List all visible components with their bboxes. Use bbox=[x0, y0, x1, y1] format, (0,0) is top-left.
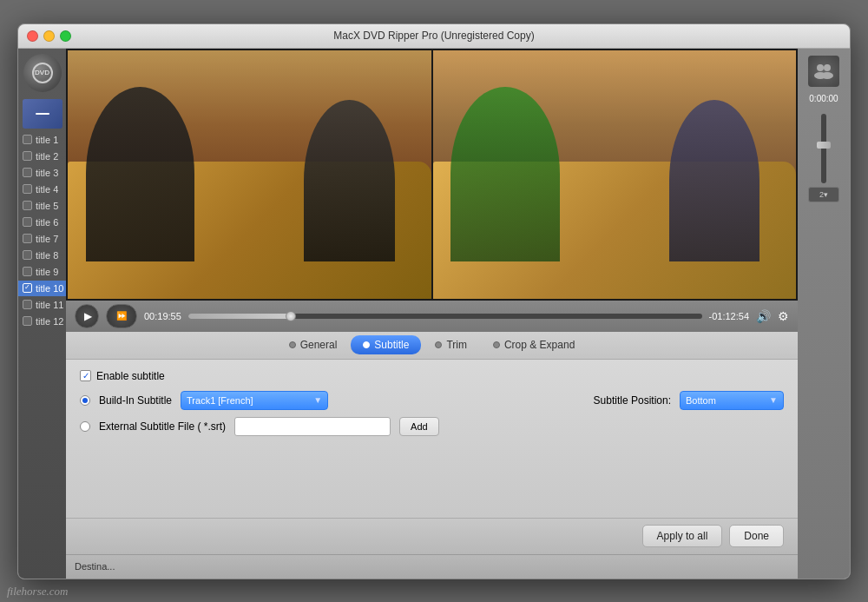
sidebar-title-12[interactable]: title 12 bbox=[18, 314, 66, 329]
fastforward-icon: ⏩ bbox=[116, 311, 127, 321]
builtin-label: Build-In Subtitle bbox=[99, 394, 172, 407]
right-slider-area bbox=[798, 114, 850, 183]
title-label-1: title 1 bbox=[36, 135, 58, 145]
external-radio[interactable] bbox=[80, 421, 90, 432]
settings-icon[interactable]: ⚙ bbox=[778, 309, 789, 323]
title-list: title 1title 2title 3title 4title 5title… bbox=[18, 132, 66, 329]
title-label-11: title 11 bbox=[36, 300, 63, 310]
title-checkbox-4 bbox=[23, 184, 32, 194]
tab-trim[interactable]: Trim bbox=[423, 335, 479, 354]
right-select-arrow: ▾ bbox=[824, 190, 828, 199]
position-value: Bottom bbox=[686, 395, 716, 406]
tab-dot-trim bbox=[435, 341, 442, 348]
title-label-8: title 8 bbox=[36, 250, 58, 261]
external-label: External Subtitle File ( *.srt) bbox=[99, 420, 226, 433]
title-checkbox-2 bbox=[23, 151, 32, 161]
logo-text: DVD bbox=[35, 69, 49, 76]
group-icon bbox=[808, 56, 839, 87]
builtin-subtitle-row: Build-In Subtitle Track1 [French] ▼ Subt… bbox=[80, 391, 784, 410]
main-area: DVD title 1title 2title 3title 4title 5t… bbox=[18, 49, 850, 579]
subtitle-panel: ✓ Enable subtitle Build-In Subtitle Trac… bbox=[66, 360, 798, 518]
enable-subtitle-checkbox[interactable]: ✓ bbox=[80, 370, 91, 381]
position-dropdown[interactable]: Bottom ▼ bbox=[680, 391, 784, 410]
people-svg bbox=[813, 63, 834, 79]
svg-point-1 bbox=[824, 64, 831, 71]
builtin-radio[interactable] bbox=[80, 395, 90, 406]
title-label-12: title 12 bbox=[36, 316, 63, 327]
sidebar-title-9[interactable]: title 9 bbox=[18, 264, 66, 280]
sidebar-title-5[interactable]: title 5 bbox=[18, 198, 66, 214]
volume-icon[interactable]: 🔊 bbox=[756, 309, 771, 323]
external-subtitle-row: External Subtitle File ( *.srt) Add bbox=[80, 417, 784, 436]
remaining-time: -01:12:54 bbox=[709, 311, 749, 321]
play-button[interactable]: ▶ bbox=[75, 304, 99, 328]
tabs-bar: General Subtitle Trim Crop & Expand bbox=[66, 332, 798, 360]
tab-dot-general bbox=[289, 341, 296, 348]
right-panel: 0:00:00 2 ▾ bbox=[798, 49, 850, 579]
progress-bar[interactable] bbox=[188, 314, 702, 319]
title-checkbox-8 bbox=[23, 250, 32, 260]
enable-subtitle-label: Enable subtitle bbox=[96, 370, 165, 382]
right-select[interactable]: 2 ▾ bbox=[808, 187, 839, 202]
title-label-2: title 2 bbox=[36, 151, 58, 162]
title-checkbox-1 bbox=[23, 135, 32, 144]
tab-crop[interactable]: Crop & Expand bbox=[481, 335, 587, 354]
window-controls bbox=[27, 30, 71, 42]
title-checkbox-3 bbox=[23, 168, 32, 177]
thumbnail bbox=[23, 99, 62, 129]
tab-subtitle[interactable]: Subtitle bbox=[351, 335, 421, 354]
subtitle-options: Build-In Subtitle Track1 [French] ▼ Subt… bbox=[80, 391, 784, 436]
destination-bar: Destina... bbox=[66, 554, 798, 579]
thumb-decoration bbox=[36, 113, 49, 115]
sidebar-title-8[interactable]: title 8 bbox=[18, 248, 66, 263]
fastforward-button[interactable]: ⏩ bbox=[106, 304, 137, 328]
sidebar-title-11[interactable]: title 11 bbox=[18, 297, 66, 313]
car-scene-left bbox=[68, 50, 431, 299]
minimize-button[interactable] bbox=[43, 30, 55, 42]
controls-bar: ▶ ⏩ 00:19:55 -01:12:54 🔊 ⚙ bbox=[66, 301, 798, 332]
window-title: MacX DVD Ripper Pro (Unregistered Copy) bbox=[333, 30, 534, 42]
destination-label: Destina... bbox=[75, 561, 115, 572]
sidebar-title-4[interactable]: title 4 bbox=[18, 182, 66, 197]
tab-label-crop: Crop & Expand bbox=[504, 339, 575, 351]
right-slider-track[interactable] bbox=[821, 114, 826, 183]
sidebar-title-7[interactable]: title 7 bbox=[18, 231, 66, 247]
sidebar-title-6[interactable]: title 6 bbox=[18, 215, 66, 230]
video-area bbox=[66, 49, 798, 301]
sidebar-title-3[interactable]: title 3 bbox=[18, 165, 66, 181]
title-checkbox-7 bbox=[23, 234, 32, 243]
sidebar-title-10[interactable]: title 10 bbox=[18, 281, 66, 296]
current-time: 00:19:55 bbox=[144, 311, 181, 321]
title-checkbox-10 bbox=[23, 283, 32, 293]
position-label: Subtitle Position: bbox=[594, 394, 671, 407]
sidebar-title-2[interactable]: title 2 bbox=[18, 149, 66, 164]
title-checkbox-12 bbox=[23, 316, 32, 326]
right-slider-thumb[interactable] bbox=[817, 142, 831, 149]
external-subtitle-input[interactable] bbox=[234, 417, 391, 436]
title-checkbox-9 bbox=[23, 267, 32, 276]
play-icon: ▶ bbox=[84, 310, 92, 322]
sidebar-title-1[interactable]: title 1 bbox=[18, 132, 66, 148]
done-button[interactable]: Done bbox=[729, 525, 784, 547]
title-label-5: title 5 bbox=[36, 201, 58, 211]
video-panel-left bbox=[68, 50, 431, 299]
main-window: MacX DVD Ripper Pro (Unregistered Copy) … bbox=[17, 23, 851, 579]
progress-thumb[interactable] bbox=[286, 311, 296, 321]
close-button[interactable] bbox=[27, 30, 38, 42]
track-dropdown-arrow: ▼ bbox=[313, 395, 322, 405]
add-subtitle-button[interactable]: Add bbox=[399, 417, 439, 436]
tab-dot-crop bbox=[493, 341, 500, 348]
title-checkbox-11 bbox=[23, 300, 32, 309]
track-dropdown[interactable]: Track1 [French] ▼ bbox=[181, 391, 328, 410]
title-label-7: title 7 bbox=[36, 234, 58, 244]
title-checkbox-5 bbox=[23, 201, 32, 210]
title-label-6: title 6 bbox=[36, 217, 58, 228]
tab-general[interactable]: General bbox=[277, 335, 350, 354]
title-label-3: title 3 bbox=[36, 168, 58, 178]
maximize-button[interactable] bbox=[60, 30, 71, 42]
enable-subtitle-row: ✓ Enable subtitle bbox=[80, 370, 784, 382]
title-label-4: title 4 bbox=[36, 184, 58, 195]
apply-to-all-button[interactable]: Apply to all bbox=[642, 525, 723, 547]
bottom-bar: Apply to all Done bbox=[66, 518, 798, 554]
tab-dot-subtitle bbox=[363, 341, 370, 348]
